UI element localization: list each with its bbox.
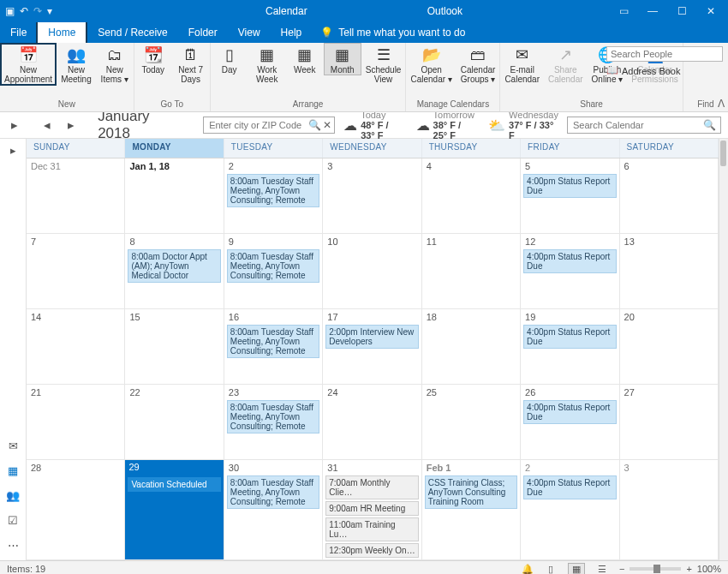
open-calendar-button[interactable]: 📂Open Calendar ▾	[406, 43, 456, 84]
day-cell[interactable]: 172:00pm Interview New Developers	[323, 309, 421, 384]
address-book-button[interactable]: 📖Address Book	[606, 65, 723, 76]
undo-icon[interactable]: ↶	[20, 5, 28, 17]
search-calendar-input[interactable]	[567, 117, 721, 134]
zoom-control[interactable]: − + 100%	[619, 564, 721, 574]
calendar-event[interactable]: 8:00am Tuesday Staff Meeting, AnyTown Co…	[227, 475, 319, 509]
reminders-icon[interactable]: 🔔	[522, 564, 534, 575]
day-cell[interactable]: 124:00pm Status Report Due	[521, 234, 619, 308]
tab-home[interactable]: Home	[36, 21, 87, 43]
qa-dropdown-icon[interactable]: ▾	[47, 5, 52, 17]
day-cell[interactable]: 24	[323, 385, 421, 459]
next-7-days-button[interactable]: 🗓Next 7 Days	[172, 43, 210, 84]
close-icon[interactable]: ✕	[704, 5, 718, 17]
ribbon-display-icon[interactable]: ▭	[617, 5, 630, 17]
expand-folder-icon[interactable]: ▸	[10, 144, 16, 157]
day-cell[interactable]: 54:00pm Status Report Due	[521, 158, 619, 233]
day-cell[interactable]: 25	[422, 385, 521, 459]
maximize-icon[interactable]: ☐	[675, 5, 689, 17]
calendar-nav-icon[interactable]: ▦	[8, 464, 18, 477]
day-cell[interactable]: 11	[422, 234, 521, 308]
tab-send-receive[interactable]: Send / Receive	[87, 22, 177, 43]
day-cell[interactable]: 13	[620, 234, 719, 308]
day-cell[interactable]: 6	[620, 158, 719, 233]
day-cell[interactable]: 24:00pm Status Report Due	[521, 460, 619, 559]
calendar-groups-button[interactable]: 🗃Calendar Groups ▾	[456, 43, 500, 84]
calendar-event[interactable]: 4:00pm Status Report Due	[523, 475, 616, 499]
day-cell[interactable]: 14	[27, 309, 125, 384]
calendar-event[interactable]: 8:00am Tuesday Staff Meeting, AnyTown Co…	[227, 325, 319, 358]
calendar-event[interactable]: 9:00am HR Meeting	[325, 501, 418, 516]
calendar-event[interactable]: 4:00pm Status Report Due	[523, 249, 616, 273]
day-cell[interactable]: 21	[27, 385, 125, 459]
day-cell[interactable]: 238:00am Tuesday Staff Meeting, AnyTown …	[224, 385, 323, 459]
day-cell[interactable]: 88:00am Doctor Appt (AM); AnyTown Medica…	[125, 234, 224, 308]
calendar-event[interactable]: 8:00am Doctor Appt (AM); AnyTown Medical…	[128, 249, 220, 283]
day-cell[interactable]: 3	[323, 158, 421, 233]
tab-view[interactable]: View	[228, 22, 271, 43]
tab-help[interactable]: Help	[271, 22, 313, 43]
day-cell[interactable]: 4	[422, 158, 521, 233]
expand-nav-icon[interactable]: ▸	[7, 117, 22, 133]
calendar-event[interactable]: 8:00am Tuesday Staff Meeting, AnyTown Co…	[227, 400, 319, 433]
search-icon[interactable]: 🔍	[703, 119, 716, 131]
day-cell[interactable]: 264:00pm Status Report Due	[521, 385, 619, 459]
calendar-event[interactable]: 11:00am Training Lu…	[325, 517, 418, 541]
email-calendar-button[interactable]: ✉E-mail Calendar	[500, 43, 544, 84]
day-cell[interactable]: 29Vacation Scheduled	[125, 460, 224, 559]
vertical-scrollbar[interactable]	[719, 139, 728, 560]
minimize-icon[interactable]: ―	[646, 5, 659, 17]
calendar-event[interactable]: 12:30pm Weekly On…	[325, 543, 418, 558]
work-week-button[interactable]: ▦Work Week	[248, 43, 286, 84]
zoom-slider[interactable]	[630, 567, 681, 571]
day-cell[interactable]: 98:00am Tuesday Staff Meeting, AnyTown C…	[224, 234, 323, 308]
reading-view-icon[interactable]: ☰	[594, 563, 611, 575]
day-cell[interactable]: 28:00am Tuesday Staff Meeting, AnyTown C…	[224, 158, 323, 233]
prev-month-icon[interactable]: ◂	[39, 117, 55, 133]
collapse-ribbon-icon[interactable]: ᐱ	[718, 98, 725, 110]
day-cell[interactable]: 15	[125, 309, 224, 384]
tell-me[interactable]: 💡 Tell me what you want to do	[312, 22, 465, 43]
day-cell[interactable]: Jan 1, 18	[125, 158, 224, 233]
calendar-event[interactable]: 4:00pm Status Report Due	[523, 400, 616, 424]
calendar-event[interactable]: 8:00am Tuesday Staff Meeting, AnyTown Co…	[227, 249, 319, 283]
day-cell[interactable]: 20	[620, 309, 719, 384]
redo-icon[interactable]: ↷	[33, 5, 42, 17]
tasks-icon[interactable]: ☑	[8, 514, 18, 527]
search-people-input[interactable]	[606, 46, 723, 62]
day-cell[interactable]: 22	[125, 385, 224, 459]
people-icon[interactable]: 👥	[6, 489, 20, 502]
day-cell[interactable]: 3	[620, 460, 719, 559]
day-cell[interactable]: 27	[620, 385, 719, 459]
new-items-button[interactable]: 🗂New Items ▾	[96, 43, 134, 84]
new-meeting-button[interactable]: 👥New Meeting	[57, 43, 96, 84]
day-cell[interactable]: Feb 1CSS Training Class; AnyTown Consult…	[422, 460, 521, 559]
schedule-view-button[interactable]: ☰Schedule View	[361, 43, 406, 84]
today-button[interactable]: 📆Today	[134, 43, 172, 75]
calendar-event[interactable]: 4:00pm Status Report Due	[523, 325, 616, 349]
day-cell[interactable]: Dec 31	[27, 158, 125, 233]
tab-file[interactable]: File	[0, 22, 37, 43]
zoom-out-icon[interactable]: −	[619, 564, 624, 574]
day-cell[interactable]: 168:00am Tuesday Staff Meeting, AnyTown …	[224, 309, 323, 384]
mail-icon[interactable]: ✉	[9, 439, 18, 452]
zoom-in-icon[interactable]: +	[686, 564, 691, 574]
calendar-event[interactable]: 7:00am Monthly Clie…	[325, 475, 418, 499]
week-view-button[interactable]: ▦Week	[286, 43, 324, 75]
day-cell[interactable]: 308:00am Tuesday Staff Meeting, AnyTown …	[224, 460, 323, 559]
day-view-button[interactable]: ▯Day	[211, 43, 248, 75]
month-view-button[interactable]: ▦Month	[324, 43, 361, 75]
day-cell[interactable]: 317:00am Monthly Clie…9:00am HR Meeting1…	[323, 460, 421, 559]
new-appointment-button[interactable]: 📅New Appointment	[0, 43, 57, 86]
calendar-event[interactable]: 2:00pm Interview New Developers	[325, 325, 418, 349]
day-cell[interactable]: 7	[27, 234, 125, 308]
calendar-view-icon[interactable]: ▦	[568, 563, 585, 575]
calendar-event[interactable]: 4:00pm Status Report Due	[523, 174, 616, 198]
next-month-icon[interactable]: ▸	[63, 117, 79, 133]
day-cell[interactable]: 18	[422, 309, 521, 384]
scroll-thumb[interactable]	[720, 141, 726, 166]
more-icon[interactable]: ⋯	[8, 539, 19, 552]
zip-search-icon[interactable]: 🔍	[308, 119, 321, 131]
calendar-event[interactable]: Vacation Scheduled	[128, 477, 220, 492]
day-cell[interactable]: 10	[323, 234, 421, 308]
zip-clear-icon[interactable]: ✕	[323, 119, 331, 131]
